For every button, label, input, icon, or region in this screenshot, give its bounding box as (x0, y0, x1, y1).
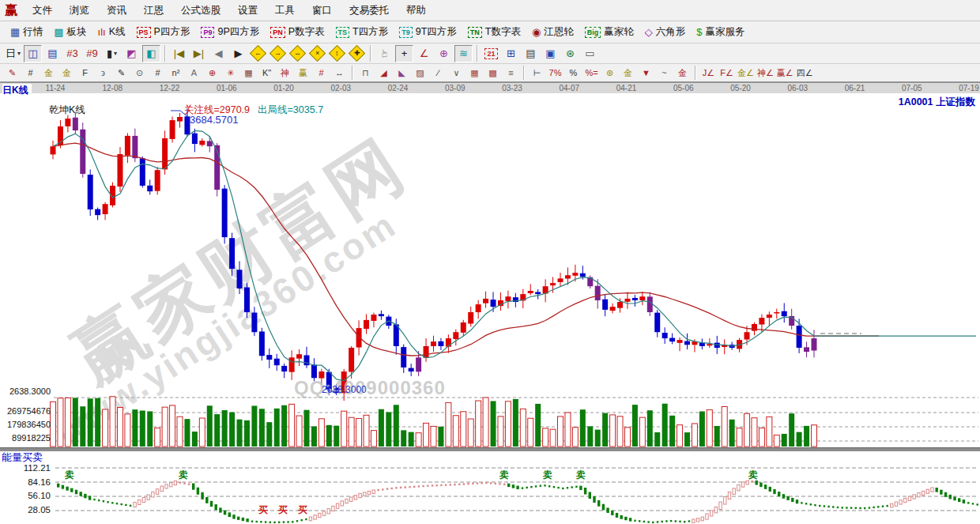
hand-tool-icon[interactable]: ☞ (375, 45, 394, 62)
9t-square-button[interactable]: T99T四方形 (394, 24, 462, 40)
menu-items: 文件浏览资讯江恩公式选股设置工具窗口交易委托帮助 (24, 1, 435, 21)
spiral-tool-button[interactable]: ϶ (95, 66, 111, 81)
menu-item-4[interactable]: 公式选股 (172, 1, 229, 21)
gold-ruler2-button[interactable]: 金 (58, 66, 75, 81)
single-candle-dropdown[interactable]: ▮▾ (103, 45, 121, 62)
ruler-tool-button[interactable]: # (22, 66, 39, 81)
grid-box-button[interactable]: ▦ (240, 66, 257, 81)
notes-icon[interactable]: ▤ (522, 45, 540, 62)
kline-button[interactable]: ılıK线 (92, 24, 131, 40)
menu-item-0[interactable]: 文件 (24, 1, 61, 21)
last-page-button[interactable]: ▶| (190, 45, 208, 62)
indicator-window-icon[interactable]: ◫ (24, 45, 42, 62)
center-frame-button[interactable]: ⊓ (357, 66, 374, 81)
chip-dist-icon[interactable]: ≋ (454, 45, 473, 62)
trend-line-button[interactable]: ∕ (430, 66, 447, 81)
angle-measure-icon[interactable]: ∠ (415, 45, 433, 62)
grid2-button[interactable]: ▩ (484, 66, 501, 81)
calendar-21-icon[interactable]: 21 (482, 45, 500, 62)
menu-item-5[interactable]: 设置 (229, 1, 266, 21)
ruler-123-button[interactable]: # (313, 66, 330, 81)
win-ruler-button[interactable]: 赢 (295, 66, 311, 81)
chart-area[interactable]: 11-2412-0812-2201-0601-2002-0302-2403-09… (0, 82, 980, 524)
crosshair-tool-icon[interactable]: + (395, 45, 413, 62)
gann-circle-button[interactable]: ⊕ (204, 66, 220, 81)
quotes-button[interactable]: ▦行情 (5, 24, 48, 40)
next-button[interactable]: ▶ (229, 45, 247, 62)
pen-tool-button[interactable]: ✎ (113, 66, 130, 81)
price-scale-button[interactable]: ⊢ (529, 66, 545, 81)
parallel-lines-button[interactable]: ≡ (503, 66, 519, 81)
a-tool-button[interactable]: A (186, 66, 202, 81)
period-day-dropdown[interactable]: 日▾ (4, 45, 22, 62)
sectors-button[interactable]: ▩板块 (48, 24, 92, 40)
scale-ruler-button[interactable]: # (149, 66, 166, 81)
gold-line-red-button[interactable]: 金 (674, 66, 691, 81)
gann-left-button[interactable]: ← (249, 45, 267, 62)
star-tool-button[interactable]: ✳ (222, 66, 239, 81)
gann-right-button[interactable]: → (269, 45, 287, 62)
price-volume-chart[interactable]: 赢家财富网www.yingjia360.com卖卖卖卖卖卖买买买QQ:40090… (0, 93, 980, 524)
pct-button[interactable]: % (565, 66, 582, 81)
gold-ruler1-button[interactable]: 金 (40, 66, 57, 81)
save-icon[interactable]: ▣ (541, 45, 560, 62)
ray-lines-button[interactable]: ◢ (375, 66, 392, 81)
gann-vspan-button[interactable]: ↕ (328, 45, 346, 62)
shen-angle-button[interactable]: 神∠ (756, 66, 775, 81)
info-panel-icon[interactable]: ▤ (43, 45, 62, 62)
crosshair-tool-icon: + (401, 47, 408, 59)
web-export-icon[interactable]: ⊛ (561, 45, 579, 62)
prev-button[interactable]: ◀ (209, 45, 228, 62)
gold-circ-button[interactable]: ⊛ (601, 66, 618, 81)
pct-line-button[interactable]: %= (583, 66, 600, 81)
first-page-button[interactable]: |◀ (170, 45, 188, 62)
winner-wheel-button[interactable]: Big赢家轮 (579, 24, 639, 40)
menu-item-9[interactable]: 帮助 (398, 1, 435, 21)
win-angle-button[interactable]: 赢∠ (776, 66, 794, 81)
menu-item-8[interactable]: 交易委托 (341, 1, 398, 21)
hexagon-button[interactable]: ◇六角形 (639, 24, 692, 40)
mini-chart9-icon[interactable]: #9 (83, 45, 101, 62)
grid1-button[interactable]: ▦ (466, 66, 483, 81)
gold-angle-button[interactable]: 金∠ (737, 66, 755, 81)
four-angle-button[interactable]: 四∠ (796, 66, 814, 81)
pct7-button[interactable]: 7% (547, 66, 564, 81)
gann-box-icon[interactable]: ⊕ (435, 45, 453, 62)
knife-tool-button[interactable]: ✎ (4, 66, 21, 81)
band-av-button[interactable]: ~ (656, 66, 673, 81)
t-number-button[interactable]: TNT数字表 (462, 24, 526, 40)
service-button[interactable]: $赢家服务 (691, 24, 750, 40)
9p-square-button[interactable]: P99P四方形 (195, 24, 265, 40)
chip-knife-button[interactable]: ▼ (638, 66, 654, 81)
menu-item-1[interactable]: 浏览 (61, 1, 98, 21)
ray-lines-icon: ◢ (380, 68, 386, 78)
width-tool-button[interactable]: ↔ (331, 66, 348, 81)
gann-wheel-button[interactable]: ◉江恩轮 (526, 24, 579, 40)
shen-ruler-button[interactable]: 神 (277, 66, 293, 81)
t-square-button[interactable]: TST四方形 (330, 24, 394, 40)
f-ruler-button[interactable]: F (77, 66, 93, 81)
f-angle-button[interactable]: F∠ (718, 66, 735, 81)
v-shape-button[interactable]: ∨ (448, 66, 465, 81)
print-icon[interactable]: ▭ (581, 45, 599, 62)
gann-hspan-button[interactable]: ↔ (288, 45, 307, 62)
grid-k-button[interactable]: ▨ (412, 66, 428, 81)
p-square-button[interactable]: PSP四方形 (131, 24, 196, 40)
color-chart-icon[interactable]: ◧ (142, 45, 160, 62)
calculator-icon[interactable]: ⊞ (502, 45, 520, 62)
gold-line-button[interactable]: 金 (620, 66, 636, 81)
menu-item-7[interactable]: 窗口 (303, 1, 341, 21)
pattern-tool-icon[interactable]: ◩ (122, 45, 141, 62)
menu-item-6[interactable]: 工具 (266, 1, 303, 21)
j-angle-button[interactable]: J∠ (700, 66, 717, 81)
mini-chart3-icon[interactable]: #3 (63, 45, 81, 62)
menu-item-2[interactable]: 资讯 (98, 1, 135, 21)
cycle-ruler-button[interactable]: ⊙ (131, 66, 148, 81)
p-number-button[interactable]: PNP数字表 (265, 24, 330, 40)
n2-ruler-button[interactable]: n² (168, 66, 184, 81)
gann-cross-button[interactable]: × (308, 45, 326, 62)
menu-item-3[interactable]: 江恩 (135, 1, 172, 21)
gann-star-button[interactable]: ✚ (348, 45, 366, 62)
k-quote-button[interactable]: K" (258, 66, 275, 81)
fan-lines-button[interactable]: ◣ (394, 66, 410, 81)
